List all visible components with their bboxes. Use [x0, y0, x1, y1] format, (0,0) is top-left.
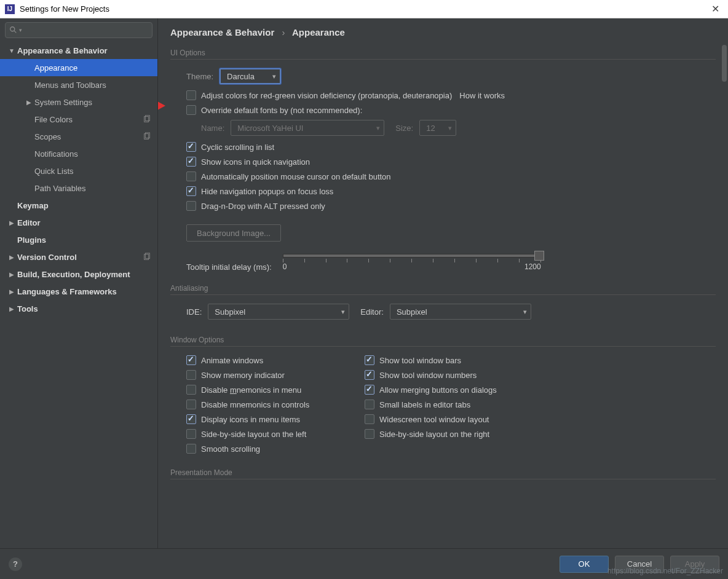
winopt-display-icons-in-menu-items[interactable]: Display icons in menu items [186, 414, 365, 424]
font-name-label: Name: [201, 124, 224, 133]
sidebar-item-plugins[interactable]: Plugins [0, 231, 157, 248]
sidebar-item-label: Tools [17, 304, 151, 313]
font-size-label: Size: [395, 124, 413, 133]
sidebar-item-appearance-behavior[interactable]: ▼Appearance & Behavior [0, 42, 157, 59]
slider-max: 1200 [524, 262, 541, 271]
sidebar-item-label: Notifications [34, 149, 151, 159]
sidebar-item-tools[interactable]: ▶Tools [0, 300, 157, 317]
winopt-allow-merging-buttons-on-dialogs[interactable]: Allow merging buttons on dialogs [365, 385, 543, 395]
sidebar-item-label: Scopes [34, 132, 143, 141]
content-scroll[interactable]: UI Options Theme: Darcula Adjust colors … [158, 45, 728, 548]
how-it-works-link[interactable]: How it works [459, 91, 505, 100]
sidebar-item-scopes[interactable]: Scopes [0, 128, 157, 145]
chevron-right-icon: ▶ [7, 305, 16, 312]
sidebar-item-label: Path Variables [34, 184, 151, 193]
sidebar-item-system-settings[interactable]: ▶System Settings [0, 93, 157, 111]
hide-nav-checkbox[interactable]: Hide navigation popups on focus loss [186, 186, 716, 196]
sidebar-item-label: Menus and Toolbars [34, 81, 151, 90]
aa-ide-label: IDE: [186, 307, 202, 317]
font-size-select[interactable]: 12 [419, 120, 456, 136]
sidebar-item-label: Editor [17, 218, 151, 227]
winopt-disable-mnemonics-in-controls[interactable]: Disable mnemonics in controls [186, 400, 365, 409]
sidebar-item-label: File Colors [34, 115, 143, 124]
window-options-grid: Animate windowsShow tool window barsShow… [186, 355, 716, 459]
app-icon: IJ [5, 4, 15, 14]
copy-icon [143, 115, 151, 124]
sidebar-item-label: Appearance & Behavior [17, 46, 151, 55]
content-scrollbar[interactable] [721, 45, 727, 548]
theme-select[interactable]: Darcula [220, 68, 281, 84]
chevron-right-icon: ▶ [7, 219, 16, 226]
sidebar-item-notifications[interactable]: Notifications [0, 145, 157, 162]
winopt-show-tool-window-numbers[interactable]: Show tool window numbers [365, 370, 543, 380]
slider-min: 0 [283, 262, 287, 271]
main-panel: Appearance & Behavior › Appearance UI Op… [158, 18, 728, 548]
watermark: https://blog.csdn.net/For_ZZHacker [607, 567, 723, 575]
titlebar: IJ Settings for New Projects ✕ [0, 0, 728, 18]
sidebar-item-menus-and-toolbars[interactable]: Menus and Toolbars [0, 76, 157, 93]
winopt-show-memory-indicator[interactable]: Show memory indicator [186, 370, 365, 380]
section-antialiasing: Antialiasing [170, 284, 716, 295]
tooltip-delay-row: Tooltip initial delay (ms): 0 1200 [186, 251, 716, 272]
search-input[interactable]: ▾ [5, 22, 152, 38]
sidebar-item-path-variables[interactable]: Path Variables [0, 179, 157, 197]
breadcrumb-root[interactable]: Appearance & Behavior [170, 27, 274, 37]
adjust-colors-checkbox[interactable]: Adjust colors for red-green vision defic… [186, 90, 716, 100]
winopt-small-labels-in-editor-tabs[interactable]: Small labels in editor tabs [365, 400, 543, 409]
tooltip-delay-label: Tooltip initial delay (ms): [186, 262, 272, 272]
sidebar-item-file-colors[interactable]: File Colors [0, 111, 157, 128]
sidebar-item-label: Build, Execution, Deployment [17, 270, 151, 279]
chevron-right-icon: › [282, 27, 285, 37]
chevron-down-icon: ▼ [7, 47, 16, 54]
aa-ide-select[interactable]: Subpixel [208, 304, 349, 320]
tooltip-delay-slider[interactable] [283, 254, 541, 258]
search-icon [9, 26, 18, 34]
winopt-widescreen-tool-window-layout[interactable]: Widescreen tool window layout [365, 414, 543, 424]
sidebar-item-keymap[interactable]: Keymap [0, 197, 157, 214]
svg-line-1 [14, 31, 17, 33]
sidebar-item-languages-frameworks[interactable]: ▶Languages & Frameworks [0, 283, 157, 300]
sidebar-item-label: Quick Lists [34, 167, 151, 176]
ok-button[interactable]: OK [560, 556, 609, 573]
red-arrow-annotation [158, 97, 165, 114]
svg-marker-9 [158, 101, 165, 111]
sidebar-item-appearance[interactable]: Appearance [0, 59, 157, 76]
section-presentation: Presentation Mode [170, 468, 716, 479]
breadcrumb-leaf: Appearance [292, 27, 345, 37]
winopt-smooth-scrolling[interactable]: Smooth scrolling [186, 444, 365, 454]
sidebar-item-label: Keymap [17, 201, 151, 210]
sidebar-item-editor[interactable]: ▶Editor [0, 214, 157, 231]
font-name-select[interactable]: Microsoft YaHei UI [231, 120, 384, 136]
winopt-side-by-side-layout-on-the-left[interactable]: Side-by-side layout on the left [186, 429, 365, 439]
sidebar-item-label: System Settings [34, 98, 151, 107]
winopt-animate-windows[interactable]: Animate windows [186, 355, 365, 365]
sidebar-item-version-control[interactable]: ▶Version Control [0, 248, 157, 266]
sidebar-item-label: Languages & Frameworks [17, 287, 151, 296]
cyclic-scrolling-checkbox[interactable]: Cyclic scrolling in list [186, 142, 716, 152]
theme-label: Theme: [186, 72, 213, 81]
drag-alt-checkbox[interactable]: Drag-n-Drop with ALT pressed only [186, 201, 716, 211]
breadcrumb: Appearance & Behavior › Appearance [158, 18, 728, 45]
sidebar-item-label: Version Control [17, 253, 143, 262]
chevron-right-icon: ▶ [25, 99, 33, 106]
show-icons-checkbox[interactable]: Show icons in quick navigation [186, 157, 716, 167]
svg-point-0 [10, 27, 15, 31]
aa-editor-select[interactable]: Subpixel [390, 304, 531, 320]
help-button[interactable]: ? [9, 557, 22, 571]
sidebar-item-quick-lists[interactable]: Quick Lists [0, 162, 157, 179]
winopt-side-by-side-layout-on-the-right[interactable]: Side-by-side layout on the right [365, 429, 543, 439]
override-fonts-checkbox[interactable]: Override default fonts by (not recommend… [186, 105, 716, 115]
slider-thumb[interactable] [534, 251, 544, 261]
chevron-right-icon: ▶ [7, 288, 16, 295]
sidebar-item-label: Plugins [17, 235, 151, 245]
close-icon[interactable]: ✕ [708, 3, 723, 15]
auto-cursor-checkbox[interactable]: Automatically position mouse cursor on d… [186, 171, 716, 181]
chevron-right-icon: ▶ [7, 254, 16, 261]
winopt-show-tool-window-bars[interactable]: Show tool window bars [365, 355, 543, 365]
background-image-button[interactable]: Background Image... [186, 224, 281, 242]
winopt-disable-mnemonics-in-menu[interactable]: Disable mnemonics in menu [186, 385, 365, 395]
aa-editor-label: Editor: [360, 307, 384, 317]
sidebar-item-build-execution-deployment[interactable]: ▶Build, Execution, Deployment [0, 266, 157, 283]
settings-tree: ▼Appearance & BehaviorAppearanceMenus an… [0, 42, 157, 548]
window-title: Settings for New Projects [20, 4, 708, 14]
